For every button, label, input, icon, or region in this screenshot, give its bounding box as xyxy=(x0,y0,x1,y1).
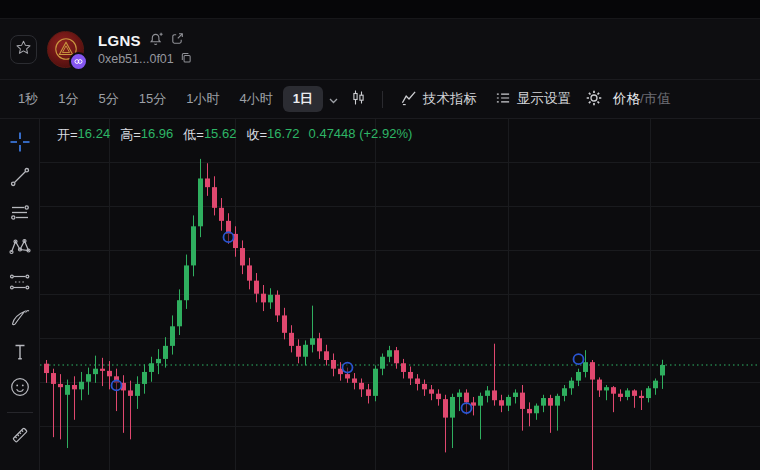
settings-gear-button[interactable] xyxy=(580,86,608,113)
close-label: 收= xyxy=(246,126,267,144)
drawing-tool-rail xyxy=(0,119,40,470)
emoji-tool[interactable] xyxy=(3,371,37,405)
xabcd-pattern-tool[interactable] xyxy=(3,231,37,265)
indicators-label: 技术指标 xyxy=(423,90,477,108)
toolbar-divider xyxy=(382,91,383,108)
high-label: 高= xyxy=(120,126,141,144)
ohlc-legend: 开=16.24 高=16.96 低=15.62 收=16.72 0.47448 … xyxy=(57,126,412,144)
price-label: 价格 xyxy=(613,91,640,106)
crosshair-tool[interactable] xyxy=(3,126,37,160)
star-icon xyxy=(15,39,32,59)
token-header: LGNS xyxy=(0,19,760,79)
text-tool[interactable] xyxy=(3,336,37,370)
xabcd-pattern-icon xyxy=(9,236,31,261)
emoji-smiley-icon xyxy=(9,376,31,401)
trade-marker-icon xyxy=(343,363,353,373)
external-link-icon xyxy=(171,32,184,48)
display-settings-label: 显示设置 xyxy=(517,90,571,108)
candles xyxy=(44,159,665,470)
projection-position-tool[interactable] xyxy=(3,266,37,300)
price-marketcap-toggle[interactable]: 价格/市值 xyxy=(613,90,671,108)
marketcap-label: 市值 xyxy=(644,91,671,106)
close-value: 16.72 xyxy=(267,126,300,144)
favorite-star-button[interactable] xyxy=(10,35,37,64)
trend-line-tool[interactable] xyxy=(3,161,37,195)
brush-tool[interactable] xyxy=(3,301,37,335)
copy-icon xyxy=(180,52,192,67)
copy-address-button[interactable] xyxy=(180,52,192,67)
high-value: 16.96 xyxy=(141,126,174,144)
brush-icon xyxy=(9,306,31,331)
chart-toolbar: 1秒1分5分15分1小时4小时1日 技术指标 xyxy=(0,79,760,119)
trade-markers xyxy=(112,232,584,413)
timeframe-group: 1秒1分5分15分1小时4小时1日 xyxy=(8,86,323,112)
trade-marker-icon xyxy=(574,354,584,364)
chevron-down-icon xyxy=(329,92,338,107)
gear-icon xyxy=(586,90,602,109)
trade-marker-icon xyxy=(224,232,234,242)
timeframe-dropdown-button[interactable] xyxy=(323,88,344,111)
token-symbol: LGNS xyxy=(98,32,141,49)
chain-badge-icon xyxy=(69,52,88,71)
token-address: 0xeb51...0f01 xyxy=(98,52,174,66)
rail-divider xyxy=(7,412,33,413)
timeframe-4小时[interactable]: 4小时 xyxy=(229,86,282,112)
trade-marker-icon xyxy=(112,380,122,390)
timeframe-5分[interactable]: 5分 xyxy=(88,86,128,112)
display-settings-button[interactable]: 显示设置 xyxy=(486,86,580,113)
timeframe-1分[interactable]: 1分 xyxy=(48,86,88,112)
parallel-channel-icon xyxy=(9,201,31,226)
ruler-icon xyxy=(9,424,31,449)
indicator-chart-icon xyxy=(401,90,417,109)
parallel-channel-tool[interactable] xyxy=(3,196,37,230)
grid-lines xyxy=(40,119,760,470)
bell-plus-icon xyxy=(149,32,163,49)
measure-ruler-tool[interactable] xyxy=(3,419,37,453)
token-logo xyxy=(47,31,84,68)
timeframe-1秒[interactable]: 1秒 xyxy=(8,86,48,112)
projection-position-icon xyxy=(9,271,31,296)
open-label: 开= xyxy=(57,126,78,144)
alert-bell-button[interactable] xyxy=(149,32,163,49)
candle-style-button[interactable] xyxy=(344,85,373,113)
text-icon xyxy=(9,341,31,366)
trend-line-icon xyxy=(9,166,31,191)
change-abs: 0.47448 xyxy=(309,126,356,144)
open-value: 16.24 xyxy=(78,126,111,144)
timeframe-1小时[interactable]: 1小时 xyxy=(176,86,229,112)
candlestick-chart[interactable] xyxy=(40,119,760,470)
list-settings-icon xyxy=(495,90,511,109)
timeframe-1日[interactable]: 1日 xyxy=(283,86,323,112)
candlestick-icon xyxy=(350,89,367,109)
low-label: 低= xyxy=(183,126,204,144)
trade-marker-icon xyxy=(462,403,472,413)
low-value: 15.62 xyxy=(204,126,237,144)
timeframe-15分[interactable]: 15分 xyxy=(129,86,176,112)
change-pct: (+2.92%) xyxy=(359,126,412,144)
crosshair-icon xyxy=(9,131,31,156)
chart-area[interactable]: 开=16.24 高=16.96 低=15.62 收=16.72 0.47448 … xyxy=(40,119,760,470)
indicators-button[interactable]: 技术指标 xyxy=(392,86,486,113)
external-link-button[interactable] xyxy=(171,32,184,48)
window-top-strip xyxy=(0,0,760,19)
